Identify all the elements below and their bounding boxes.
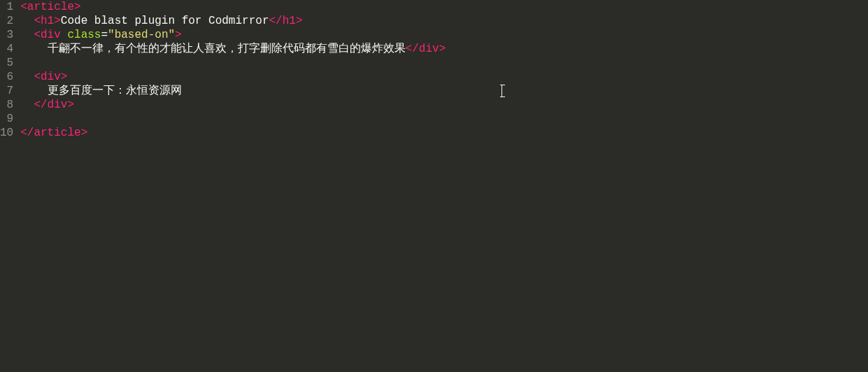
code-line[interactable]: </div> [20, 98, 868, 112]
code-line[interactable]: <article> [20, 0, 868, 14]
tag-name: article [34, 127, 80, 139]
text-cursor-icon [501, 85, 502, 97]
code-line[interactable]: </article> [20, 126, 868, 140]
tag-bracket: < [34, 71, 41, 83]
tag-bracket: </ [406, 43, 419, 55]
code-editor[interactable]: 1 2 3 4 5 6 7 8 9 10 <article> <h1>Code … [0, 0, 868, 372]
code-line[interactable]: <div> [20, 70, 868, 84]
indent [20, 85, 47, 97]
tag-bracket: > [81, 127, 88, 139]
code-line[interactable]: 千翩不一律，有个性的才能让人喜欢，打字删除代码都有雪白的爆炸效果</div> [20, 42, 868, 56]
line-number: 1 [0, 0, 13, 14]
code-line[interactable] [20, 112, 868, 126]
tag-bracket: </ [269, 15, 282, 27]
tag-name: article [27, 1, 74, 13]
tag-name: div [48, 99, 68, 111]
indent [20, 29, 34, 41]
line-number: 4 [0, 42, 13, 56]
line-number: 2 [0, 14, 13, 28]
tag-bracket: > [439, 43, 446, 55]
attr-eq: = [101, 29, 108, 41]
indent [20, 43, 47, 55]
code-line[interactable]: <div class="based-on"> [20, 28, 868, 42]
tag-bracket: > [74, 1, 81, 13]
attr-name: class [67, 29, 101, 41]
tag-name: h1 [283, 15, 296, 27]
code-line[interactable]: 更多百度一下：永恒资源网 [20, 84, 868, 98]
tag-bracket: > [296, 15, 303, 27]
tag-name: div [41, 29, 61, 41]
tag-bracket: > [175, 29, 182, 41]
line-number: 6 [0, 70, 13, 84]
text-content: 更多百度一下：永恒资源网 [48, 85, 182, 97]
tag-bracket: </ [34, 99, 47, 111]
text-content: 千翩不一律，有个性的才能让人喜欢，打字删除代码都有雪白的爆炸效果 [48, 43, 406, 55]
tag-bracket: < [34, 15, 41, 27]
space [61, 29, 68, 41]
code-area[interactable]: <article> <h1>Code blast plugin for Codm… [17, 0, 868, 372]
attr-value: "based-on" [108, 29, 175, 41]
tag-bracket: < [34, 29, 41, 41]
line-number: 7 [0, 84, 13, 98]
line-number: 9 [0, 112, 13, 126]
tag-name: div [41, 71, 61, 83]
tag-name: div [419, 43, 439, 55]
indent [20, 15, 34, 27]
indent [20, 71, 34, 83]
line-number: 3 [0, 28, 13, 42]
indent [20, 99, 34, 111]
text-content: Code blast plugin for Codmirror [61, 15, 269, 27]
tag-name: h1 [41, 15, 54, 27]
tag-bracket: > [67, 99, 74, 111]
tag-bracket: > [61, 71, 68, 83]
line-number-gutter: 1 2 3 4 5 6 7 8 9 10 [0, 0, 17, 372]
tag-bracket: </ [20, 127, 34, 139]
tag-bracket: < [20, 1, 27, 13]
line-number: 5 [0, 56, 13, 70]
code-line[interactable] [20, 56, 868, 70]
code-line[interactable]: <h1>Code blast plugin for Codmirror</h1> [20, 14, 868, 28]
line-number: 8 [0, 98, 13, 112]
line-number: 10 [0, 126, 13, 140]
tag-bracket: > [54, 15, 61, 27]
